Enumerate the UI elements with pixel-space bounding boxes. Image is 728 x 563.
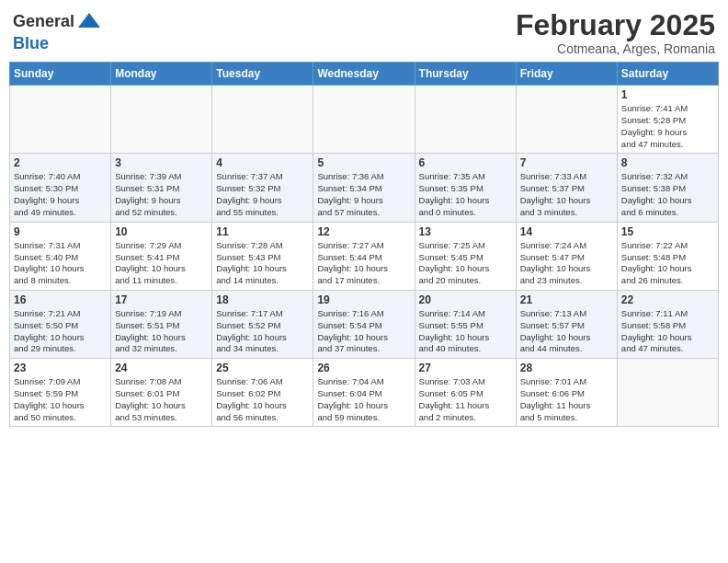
- day-number: 21: [520, 293, 613, 306]
- day-number: 6: [419, 156, 512, 169]
- day-number: 28: [520, 362, 613, 374]
- calendar-cell: 5Sunrise: 7:36 AM Sunset: 5:34 PM Daylig…: [313, 154, 415, 222]
- calendar-cell: 15Sunrise: 7:22 AM Sunset: 5:48 PM Dayli…: [617, 222, 718, 290]
- day-info: Sunrise: 7:09 AM Sunset: 5:59 PM Dayligh…: [14, 376, 107, 423]
- day-info: Sunrise: 7:36 AM Sunset: 5:34 PM Dayligh…: [317, 171, 410, 218]
- day-info: Sunrise: 7:06 AM Sunset: 6:02 PM Dayligh…: [216, 376, 309, 423]
- day-info: Sunrise: 7:19 AM Sunset: 5:51 PM Dayligh…: [115, 308, 208, 355]
- day-number: 14: [520, 225, 613, 238]
- calendar-cell: 18Sunrise: 7:17 AM Sunset: 5:52 PM Dayli…: [212, 290, 313, 358]
- calendar-week-row: 2Sunrise: 7:40 AM Sunset: 5:30 PM Daylig…: [10, 154, 719, 222]
- page-header: General Blue February 2025 Cotmeana, Arg…: [9, 9, 719, 56]
- day-info: Sunrise: 7:24 AM Sunset: 5:47 PM Dayligh…: [520, 240, 613, 287]
- calendar-cell: 8Sunrise: 7:32 AM Sunset: 5:38 PM Daylig…: [617, 154, 718, 222]
- day-info: Sunrise: 7:08 AM Sunset: 6:01 PM Dayligh…: [115, 376, 208, 423]
- day-info: Sunrise: 7:13 AM Sunset: 5:57 PM Dayligh…: [520, 308, 613, 355]
- day-number: 16: [14, 293, 107, 306]
- day-info: Sunrise: 7:25 AM Sunset: 5:45 PM Dayligh…: [419, 240, 512, 287]
- calendar-cell: 9Sunrise: 7:31 AM Sunset: 5:40 PM Daylig…: [10, 222, 111, 290]
- location-subtitle: Cotmeana, Arges, Romania: [516, 41, 715, 56]
- day-info: Sunrise: 7:28 AM Sunset: 5:43 PM Dayligh…: [216, 240, 309, 287]
- day-number: 12: [317, 225, 410, 238]
- day-number: 20: [419, 293, 512, 306]
- day-number: 4: [216, 156, 309, 169]
- weekday-header-saturday: Saturday: [617, 63, 718, 86]
- day-info: Sunrise: 7:32 AM Sunset: 5:38 PM Dayligh…: [621, 171, 714, 218]
- day-number: 13: [419, 225, 512, 238]
- calendar-cell: [313, 86, 415, 154]
- day-info: Sunrise: 7:27 AM Sunset: 5:44 PM Dayligh…: [317, 240, 410, 287]
- day-number: 27: [419, 362, 512, 374]
- calendar-cell: 4Sunrise: 7:37 AM Sunset: 5:32 PM Daylig…: [212, 154, 313, 222]
- day-number: 22: [621, 293, 714, 306]
- month-year-title: February 2025: [516, 9, 715, 41]
- day-number: 15: [621, 225, 714, 238]
- calendar-cell: [617, 359, 718, 427]
- day-info: Sunrise: 7:04 AM Sunset: 6:04 PM Dayligh…: [317, 376, 410, 423]
- calendar-cell: [212, 86, 313, 154]
- calendar-table: SundayMondayTuesdayWednesdayThursdayFrid…: [9, 62, 719, 427]
- day-info: Sunrise: 7:31 AM Sunset: 5:40 PM Dayligh…: [14, 240, 107, 287]
- day-info: Sunrise: 7:40 AM Sunset: 5:30 PM Dayligh…: [14, 171, 107, 218]
- day-info: Sunrise: 7:41 AM Sunset: 5:28 PM Dayligh…: [621, 103, 714, 150]
- day-number: 1: [621, 88, 714, 101]
- logo-icon: [76, 9, 102, 35]
- weekday-header-wednesday: Wednesday: [313, 63, 415, 86]
- day-number: 11: [216, 225, 309, 238]
- calendar-cell: 24Sunrise: 7:08 AM Sunset: 6:01 PM Dayli…: [111, 359, 212, 427]
- calendar-cell: 13Sunrise: 7:25 AM Sunset: 5:45 PM Dayli…: [415, 222, 516, 290]
- calendar-cell: 3Sunrise: 7:39 AM Sunset: 5:31 PM Daylig…: [111, 154, 212, 222]
- day-number: 5: [317, 156, 410, 169]
- day-number: 18: [216, 293, 309, 306]
- day-info: Sunrise: 7:21 AM Sunset: 5:50 PM Dayligh…: [14, 308, 107, 355]
- day-number: 17: [115, 293, 208, 306]
- weekday-header-friday: Friday: [516, 63, 617, 86]
- day-number: 9: [14, 225, 107, 238]
- calendar-cell: 16Sunrise: 7:21 AM Sunset: 5:50 PM Dayli…: [10, 290, 111, 358]
- day-info: Sunrise: 7:11 AM Sunset: 5:58 PM Dayligh…: [621, 308, 714, 355]
- day-info: Sunrise: 7:29 AM Sunset: 5:41 PM Dayligh…: [115, 240, 208, 287]
- day-number: 8: [621, 156, 714, 169]
- logo-text-general: General: [13, 13, 74, 31]
- calendar-cell: [516, 86, 617, 154]
- calendar-cell: 27Sunrise: 7:03 AM Sunset: 6:05 PM Dayli…: [415, 359, 516, 427]
- day-number: 19: [317, 293, 410, 306]
- calendar-cell: [111, 86, 212, 154]
- calendar-cell: 25Sunrise: 7:06 AM Sunset: 6:02 PM Dayli…: [212, 359, 313, 427]
- weekday-header-sunday: Sunday: [10, 63, 111, 86]
- day-number: 3: [115, 156, 208, 169]
- day-info: Sunrise: 7:37 AM Sunset: 5:32 PM Dayligh…: [216, 171, 309, 218]
- day-number: 26: [317, 362, 410, 374]
- calendar-cell: 20Sunrise: 7:14 AM Sunset: 5:55 PM Dayli…: [415, 290, 516, 358]
- calendar-week-row: 9Sunrise: 7:31 AM Sunset: 5:40 PM Daylig…: [10, 222, 719, 290]
- day-number: 25: [216, 362, 309, 374]
- calendar-cell: [10, 86, 111, 154]
- calendar-cell: 19Sunrise: 7:16 AM Sunset: 5:54 PM Dayli…: [313, 290, 415, 358]
- calendar-cell: 23Sunrise: 7:09 AM Sunset: 5:59 PM Dayli…: [10, 359, 111, 427]
- logo-text-blue: Blue: [13, 35, 49, 53]
- calendar-week-row: 23Sunrise: 7:09 AM Sunset: 5:59 PM Dayli…: [10, 359, 719, 427]
- weekday-header-thursday: Thursday: [415, 63, 516, 86]
- day-number: 2: [14, 156, 107, 169]
- title-block: February 2025 Cotmeana, Arges, Romania: [516, 9, 715, 56]
- day-number: 23: [14, 362, 107, 374]
- day-number: 7: [520, 156, 613, 169]
- day-info: Sunrise: 7:17 AM Sunset: 5:52 PM Dayligh…: [216, 308, 309, 355]
- calendar-cell: 17Sunrise: 7:19 AM Sunset: 5:51 PM Dayli…: [111, 290, 212, 358]
- day-number: 24: [115, 362, 208, 374]
- calendar-cell: 21Sunrise: 7:13 AM Sunset: 5:57 PM Dayli…: [516, 290, 617, 358]
- calendar-cell: 11Sunrise: 7:28 AM Sunset: 5:43 PM Dayli…: [212, 222, 313, 290]
- day-info: Sunrise: 7:14 AM Sunset: 5:55 PM Dayligh…: [419, 308, 512, 355]
- day-info: Sunrise: 7:35 AM Sunset: 5:35 PM Dayligh…: [419, 171, 512, 218]
- calendar-cell: 1Sunrise: 7:41 AM Sunset: 5:28 PM Daylig…: [617, 86, 718, 154]
- weekday-header-monday: Monday: [111, 63, 212, 86]
- calendar-cell: 7Sunrise: 7:33 AM Sunset: 5:37 PM Daylig…: [516, 154, 617, 222]
- weekday-header-row: SundayMondayTuesdayWednesdayThursdayFrid…: [10, 63, 719, 86]
- calendar-cell: 28Sunrise: 7:01 AM Sunset: 6:06 PM Dayli…: [516, 359, 617, 427]
- calendar-cell: 14Sunrise: 7:24 AM Sunset: 5:47 PM Dayli…: [516, 222, 617, 290]
- calendar-cell: 12Sunrise: 7:27 AM Sunset: 5:44 PM Dayli…: [313, 222, 415, 290]
- day-info: Sunrise: 7:03 AM Sunset: 6:05 PM Dayligh…: [419, 376, 512, 423]
- calendar-week-row: 1Sunrise: 7:41 AM Sunset: 5:28 PM Daylig…: [10, 86, 719, 154]
- day-info: Sunrise: 7:22 AM Sunset: 5:48 PM Dayligh…: [621, 240, 714, 287]
- calendar-week-row: 16Sunrise: 7:21 AM Sunset: 5:50 PM Dayli…: [10, 290, 719, 358]
